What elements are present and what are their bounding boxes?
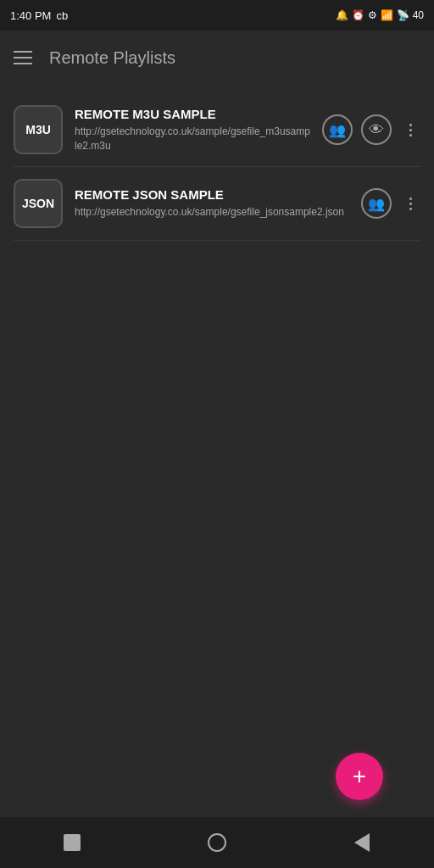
carrier-display: cb bbox=[56, 9, 68, 22]
menu-button-m3u[interactable] bbox=[400, 114, 420, 145]
playlist-icon-m3u: M3U bbox=[14, 105, 63, 154]
playlist-info-m3u: REMOTE M3U SAMPLE http://gsetechnology.c… bbox=[75, 107, 310, 153]
battery-display: 40 bbox=[413, 9, 424, 21]
playlist-info-json: REMOTE JSON SAMPLE http://gsetechnology.… bbox=[75, 187, 349, 220]
app-bar: Remote Playlists bbox=[0, 31, 434, 85]
back-button[interactable] bbox=[342, 822, 382, 863]
people-button-m3u[interactable]: 👥 bbox=[322, 114, 353, 145]
time-display: 1:40 PM bbox=[10, 9, 51, 22]
circle-icon bbox=[208, 833, 226, 852]
stop-button[interactable] bbox=[52, 822, 92, 863]
playlist-item-json: JSON REMOTE JSON SAMPLE http://gsetechno… bbox=[0, 167, 434, 240]
playlist-name-json: REMOTE JSON SAMPLE bbox=[75, 187, 349, 202]
people-icon-json: 👥 bbox=[368, 196, 385, 212]
signal-icon: 📶 bbox=[381, 9, 393, 21]
people-icon: 👥 bbox=[329, 122, 346, 138]
settings-icon: ⚙ bbox=[368, 9, 377, 21]
hamburger-menu-button[interactable] bbox=[14, 51, 32, 64]
status-left: 1:40 PM cb bbox=[10, 9, 68, 22]
playlist-item-m3u: M3U REMOTE M3U SAMPLE http://gsetechnolo… bbox=[0, 93, 434, 166]
playlist-url-m3u: http://gsetechnology.co.uk/sample/gsefil… bbox=[75, 125, 310, 153]
content-area: M3U REMOTE M3U SAMPLE http://gsetechnolo… bbox=[0, 85, 434, 817]
eye-icon: 👁 bbox=[369, 121, 384, 139]
people-button-json[interactable]: 👥 bbox=[361, 188, 392, 219]
plus-icon: + bbox=[353, 763, 366, 790]
bottom-navigation bbox=[0, 817, 434, 868]
page-title: Remote Playlists bbox=[49, 48, 175, 68]
playlist-actions-json: 👥 bbox=[361, 188, 420, 219]
playlist-url-json: http://gsetechnology.co.uk/sample/gsefil… bbox=[75, 205, 349, 220]
alarm-icon: 🔔 bbox=[336, 9, 348, 21]
home-button[interactable] bbox=[197, 822, 237, 863]
status-bar: 1:40 PM cb 🔔 ⏰ ⚙ 📶 📡 40 bbox=[0, 0, 434, 31]
playlist-name-m3u: REMOTE M3U SAMPLE bbox=[75, 107, 310, 121]
menu-button-json[interactable] bbox=[400, 188, 420, 219]
eye-button-m3u[interactable]: 👁 bbox=[361, 114, 392, 145]
playlist-actions-m3u: 👥 👁 bbox=[322, 114, 420, 145]
status-right: 🔔 ⏰ ⚙ 📶 📡 40 bbox=[336, 9, 424, 21]
clock-icon: ⏰ bbox=[352, 9, 364, 21]
add-playlist-fab[interactable]: + bbox=[336, 753, 383, 800]
back-arrow-icon bbox=[354, 833, 370, 852]
wifi-icon: 📡 bbox=[397, 9, 409, 21]
divider-2 bbox=[14, 240, 420, 241]
playlist-icon-json: JSON bbox=[14, 179, 63, 228]
square-icon bbox=[64, 834, 81, 851]
